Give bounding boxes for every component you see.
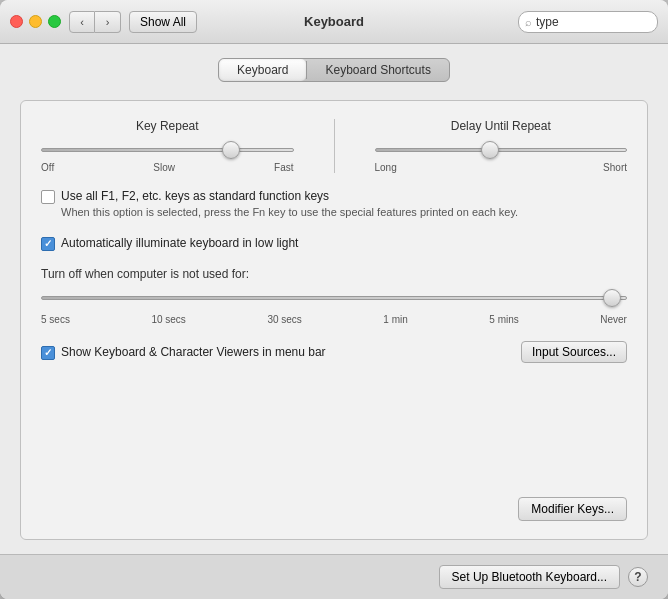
slider-section-divider [334,119,335,173]
tick-1m: 1 min [383,314,407,325]
back-button[interactable]: ‹ [69,11,95,33]
key-repeat-tick-slow: Slow [153,162,175,173]
show-keyboard-checkbox[interactable] [41,346,55,360]
content-area: Keyboard Keyboard Shortcuts Key Repeat [0,44,668,554]
fn-keys-checkbox[interactable] [41,190,55,204]
key-repeat-tick-fast: Fast [274,162,293,173]
keyboard-panel: Key Repeat Off Slow Fast [20,100,648,540]
help-button[interactable]: ? [628,567,648,587]
tick-30s: 30 secs [267,314,301,325]
fn-keys-text-group: Use all F1, F2, etc. keys as standard fu… [61,189,518,220]
nav-buttons: ‹ › [69,11,121,33]
bluetooth-keyboard-button[interactable]: Set Up Bluetooth Keyboard... [439,565,620,589]
key-repeat-label: Key Repeat [41,119,294,133]
tab-bar: Keyboard Keyboard Shortcuts [20,58,648,82]
tick-5m: 5 mins [489,314,518,325]
fn-keys-sublabel: When this option is selected, press the … [61,205,518,220]
title-bar: ‹ › Show All Keyboard ⌕ ✕ [0,0,668,44]
search-box: ⌕ ✕ [518,11,658,33]
key-repeat-group: Key Repeat Off Slow Fast [41,119,294,173]
sliders-row: Key Repeat Off Slow Fast [41,119,627,173]
modifier-keys-row: Modifier Keys... [41,497,627,521]
tab-keyboard[interactable]: Keyboard [219,59,306,81]
input-sources-button[interactable]: Input Sources... [521,341,627,363]
tab-shortcuts[interactable]: Keyboard Shortcuts [307,59,448,81]
show-keyboard-label: Show Keyboard & Character Viewers in men… [61,345,326,359]
search-icon: ⌕ [525,16,532,28]
footer-bar: Set Up Bluetooth Keyboard... ? [0,554,668,599]
key-repeat-thumb[interactable] [222,141,240,159]
delay-repeat-track [375,148,628,152]
search-input[interactable] [536,15,668,29]
show-keyboard-row: Show Keyboard & Character Viewers in men… [41,341,627,363]
window-title: Keyboard [304,14,364,29]
show-all-button[interactable]: Show All [129,11,197,33]
delay-repeat-ticks: Long Short [375,162,628,173]
minimize-button[interactable] [29,15,42,28]
tab-group: Keyboard Keyboard Shortcuts [218,58,450,82]
turn-off-label: Turn off when computer is not used for: [41,267,627,281]
forward-button[interactable]: › [95,11,121,33]
delay-tick-long: Long [375,162,397,173]
delay-tick-short: Short [603,162,627,173]
main-window: ‹ › Show All Keyboard ⌕ ✕ Keyboard Keybo… [0,0,668,599]
inactivity-slider-container [41,289,627,307]
key-repeat-tick-off: Off [41,162,54,173]
maximize-button[interactable] [48,15,61,28]
inactivity-ticks: 5 secs 10 secs 30 secs 1 min 5 mins Neve… [41,314,627,325]
auto-illuminate-checkbox[interactable] [41,237,55,251]
inactivity-section: Turn off when computer is not used for: … [41,267,627,325]
inactivity-thumb[interactable] [603,289,621,307]
key-repeat-track [41,148,294,152]
close-button[interactable] [10,15,23,28]
modifier-keys-button[interactable]: Modifier Keys... [518,497,627,521]
tick-5s: 5 secs [41,314,70,325]
panel-spacer [41,379,627,481]
traffic-lights [10,15,61,28]
delay-repeat-label: Delay Until Repeat [375,119,628,133]
fn-keys-row: Use all F1, F2, etc. keys as standard fu… [41,189,627,220]
key-repeat-ticks: Off Slow Fast [41,162,294,173]
tick-10s: 10 secs [151,314,185,325]
tick-never: Never [600,314,627,325]
delay-repeat-group: Delay Until Repeat Long Short [375,119,628,173]
auto-illuminate-label: Automatically illuminate keyboard in low… [61,236,298,250]
inactivity-track [41,296,627,300]
fn-keys-label: Use all F1, F2, etc. keys as standard fu… [61,189,518,203]
key-repeat-slider-container [41,141,294,159]
delay-repeat-thumb[interactable] [481,141,499,159]
delay-repeat-slider-container [375,141,628,159]
auto-illuminate-row: Automatically illuminate keyboard in low… [41,236,627,251]
